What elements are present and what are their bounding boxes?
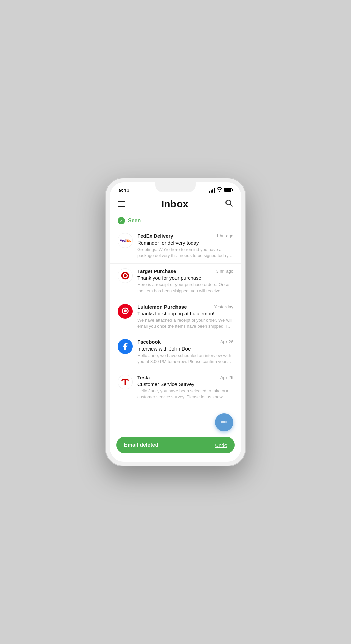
snackbar-message: Email deleted bbox=[124, 442, 158, 448]
email-item-lululemon[interactable]: Lululemon Purchase Yesterday Thanks for … bbox=[110, 299, 241, 334]
email-preview: Hello Jane, you have been selected to ta… bbox=[137, 388, 233, 400]
email-sender: Target Purchase bbox=[137, 268, 176, 274]
seen-label: Seen bbox=[128, 218, 141, 224]
email-item-facebook[interactable]: Facebook Apr 26 Interview with John Doe … bbox=[110, 334, 241, 370]
page-title: Inbox bbox=[161, 198, 188, 210]
email-time: Yesterday bbox=[214, 304, 233, 309]
email-subject: Reminder for delivery today bbox=[137, 240, 233, 246]
email-subject: Customer Service Survey bbox=[137, 381, 233, 387]
tesla-avatar bbox=[118, 375, 133, 389]
seen-section-header: ✓ Seen bbox=[110, 215, 241, 228]
signal-icon bbox=[209, 188, 215, 193]
wifi-icon bbox=[217, 187, 222, 193]
email-sender: Facebook bbox=[137, 339, 161, 345]
email-subject: Interview with John Doe bbox=[137, 346, 233, 352]
email-preview: Greetings. We're here to remind you have… bbox=[137, 247, 233, 259]
email-item-target[interactable]: Target Purchase 3 hr. ago Thank you for … bbox=[110, 264, 241, 299]
email-time: 3 hr. ago bbox=[216, 269, 233, 274]
email-preview: Here is a receipt of your purchase order… bbox=[137, 282, 233, 294]
email-sender: Tesla bbox=[137, 375, 150, 380]
svg-point-5 bbox=[124, 274, 127, 277]
search-icon[interactable] bbox=[224, 199, 233, 209]
facebook-avatar bbox=[118, 339, 133, 354]
undo-button[interactable]: Undo bbox=[215, 442, 227, 448]
email-time: Apr 26 bbox=[220, 339, 233, 344]
email-time: 1 hr. ago bbox=[216, 233, 233, 238]
notch bbox=[155, 182, 196, 192]
email-subject: Thanks for shopping at Lululemon! bbox=[137, 311, 233, 316]
email-time: Apr 26 bbox=[220, 375, 233, 380]
email-item-tesla[interactable]: Tesla Apr 26 Customer Service Survey Hel… bbox=[110, 370, 241, 405]
status-icons bbox=[209, 187, 232, 193]
email-subject: Thank you for your purchase! bbox=[137, 275, 233, 281]
compose-button[interactable]: ✏ bbox=[215, 413, 233, 431]
fedex-avatar: FedEx bbox=[118, 233, 133, 248]
seen-check-icon: ✓ bbox=[118, 217, 125, 224]
status-time: 9:41 bbox=[119, 187, 129, 193]
email-item-fedex[interactable]: FedEx FedEx Delivery 1 hr. ago Reminder … bbox=[110, 228, 241, 264]
svg-line-1 bbox=[230, 204, 232, 206]
target-avatar bbox=[118, 268, 133, 283]
battery-icon bbox=[224, 188, 232, 192]
email-sender: Lululemon Purchase bbox=[137, 304, 187, 310]
compose-icon: ✏ bbox=[221, 418, 227, 427]
snackbar: Email deleted Undo bbox=[116, 437, 235, 453]
lululemon-avatar bbox=[118, 304, 133, 319]
phone-screen: 9:41 bbox=[110, 182, 241, 462]
phone-frame: 9:41 bbox=[105, 178, 246, 466]
email-preview: We have attached a receipt of your order… bbox=[137, 317, 233, 329]
menu-icon[interactable] bbox=[118, 201, 125, 207]
email-preview: Hello Jane, we have scheduled an intervi… bbox=[137, 353, 233, 365]
header: Inbox bbox=[110, 195, 241, 215]
email-sender: FedEx Delivery bbox=[137, 233, 173, 239]
